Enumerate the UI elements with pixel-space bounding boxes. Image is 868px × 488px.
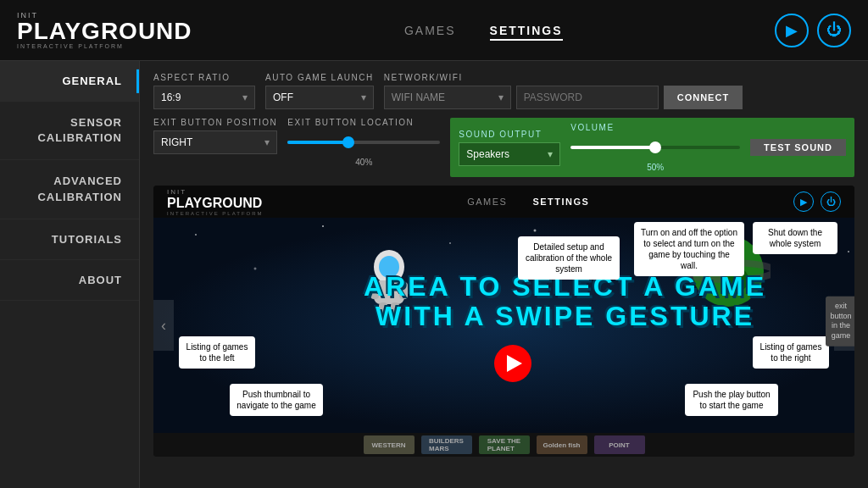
sound-select-arrow: ▾ [548,148,553,160]
auto-game-launch-arrow: ▾ [361,92,366,103]
sidebar-item-advanced-calibration[interactable]: ADVANCEDCALIBRATION [0,160,139,219]
preview-logo-main: PLAYGROUND [167,196,264,211]
preview-icons: ▶ ⏻ [793,191,841,212]
game-thumbs-bar: WESTERN BUILDERSMARS SAVE THEPLANET Gold… [153,433,854,457]
exit-button-position-label: EXIT BUTTON POSITION [153,118,277,127]
wifi-password-input[interactable] [516,86,659,109]
power-icon-button[interactable]: ⏻ [817,14,851,47]
volume-group: VOLUME 50% [570,123,740,172]
preview-logo-sub: INTERACTIVE PLATFORM [167,211,264,216]
preview-nav-games[interactable]: GAMES [467,197,507,207]
tooltip-detailed-setup: Detailed setup and calibration of the wh… [518,236,620,280]
network-wifi-group: NETWORK/WIFI WIFI NAME ▾ CONNECT [384,73,854,109]
game-thumb-point[interactable]: POINT [594,435,645,454]
preview-logo-area: INIT PLAYGROUND INTERACTIVE PLATFORM [167,188,264,216]
preview-area: INIT PLAYGROUND INTERACTIVE PLATFORM GAM… [153,186,854,457]
play-button[interactable] [494,345,531,382]
game-thumb-golden-fish[interactable]: Golden fish [537,435,587,454]
wifi-name-value: WIFI NAME [392,92,445,103]
tooltip-push-thumbnail: Push thumbnail to navigate to the game [230,384,323,416]
auto-game-launch-label: AUTO GAME LAUNCH [265,73,374,82]
volume-percent: 50% [570,163,740,172]
sound-output-group: SOUND OUTPUT Speakers ▾ [459,130,560,166]
svg-point-2 [322,225,324,227]
exit-location-slider[interactable] [287,130,440,154]
sidebar-item-about[interactable]: ABOUT [0,260,139,301]
preview-inner: INIT PLAYGROUND INTERACTIVE PLATFORM GAM… [153,186,854,457]
test-sound-button[interactable]: TEST SOUND [750,139,846,156]
aspect-ratio-label: ASPECT RATIO [153,73,255,82]
volume-slider[interactable] [570,136,740,159]
sidebar-item-general[interactable]: GENERAL [0,61,139,102]
game-thumb-save-planet[interactable]: SAVE THEPLANET [479,435,530,454]
play-triangle-icon [507,355,522,372]
svg-point-8 [848,251,849,252]
tooltip-listing-left: Listing of games to the left [179,336,255,369]
tooltip-push-play: Push the play button to start the game [685,384,778,416]
sidebar: GENERAL SENSORCALIBRATION ADVANCEDCALIBR… [0,61,140,488]
wifi-name-select[interactable]: WIFI NAME ▾ [384,86,511,109]
exit-hint: exit button in the game [826,297,854,347]
preview-play-icon[interactable]: ▶ [793,191,814,212]
play-icon-button[interactable]: ▶ [775,14,809,47]
game-title-text: AREA TO SELECT A GAMEWITH A SWIPE GESTUR… [364,272,766,331]
exit-position-arrow: ▾ [264,136,270,148]
nav-item-games[interactable]: GAMES [404,24,456,37]
settings-row-1: ASPECT RATIO 16:9 ▾ AUTO GAME LAUNCH OFF… [153,73,854,109]
connect-button[interactable]: CONNECT [664,86,743,109]
exit-location-percent: 40% [287,158,440,167]
sound-output-select[interactable]: Speakers ▾ [459,142,560,166]
wifi-arrow: ▾ [498,92,504,103]
auto-game-launch-group: AUTO GAME LAUNCH OFF ▾ [265,73,374,109]
left-arrow-button[interactable]: ‹ [153,300,174,351]
tooltip-shutdown: Shut down the whole system [753,222,837,254]
auto-game-launch-select[interactable]: OFF ▾ [265,86,374,109]
exit-button-location-label: EXIT BUTTON LOCATION [287,118,440,127]
volume-label: VOLUME [570,123,740,132]
tooltip-turn-on-off: Turn on and off the option to select and… [634,222,744,276]
network-wifi-label: NETWORK/WIFI [384,73,854,82]
nav-item-settings[interactable]: SETTINGS [490,24,563,37]
preview-header: INIT PLAYGROUND INTERACTIVE PLATFORM GAM… [153,186,854,218]
aspect-ratio-select[interactable]: 16:9 ▾ [153,86,255,109]
svg-point-4 [534,230,537,232]
preview-logo-init: INIT [167,188,264,196]
settings-row-2: EXIT BUTTON POSITION RIGHT ▾ EXIT BUTTON… [153,118,854,177]
svg-point-1 [254,268,257,270]
header-nav: GAMES SETTINGS [404,24,563,37]
sidebar-item-sensor-calibration[interactable]: SENSORCALIBRATION [0,102,139,160]
header-icons: ▶ ⏻ [775,14,851,47]
preview-nav: GAMES SETTINGS [467,197,589,207]
exit-button-position-select[interactable]: RIGHT ▾ [153,130,277,154]
aspect-ratio-arrow: ▾ [242,92,248,103]
sound-output-label: SOUND OUTPUT [459,130,560,139]
exit-button-location-group: EXIT BUTTON LOCATION 40% [287,118,440,167]
app-header: INIT PLAYGROUND INTERACTIVE PLATFORM GAM… [0,0,868,61]
sound-volume-section: SOUND OUTPUT Speakers ▾ VOLUME [450,118,854,177]
settings-content: ASPECT RATIO 16:9 ▾ AUTO GAME LAUNCH OFF… [140,61,868,488]
preview-nav-settings[interactable]: SETTINGS [532,197,589,207]
sidebar-item-tutorials[interactable]: TUTORIALS [0,219,139,260]
svg-point-0 [195,234,197,236]
game-thumb-builders[interactable]: BUILDERSMARS [421,435,472,454]
game-title-area: AREA TO SELECT A GAMEWITH A SWIPE GESTUR… [364,272,766,331]
tooltip-listing-right: Listing of games to the right [753,336,829,369]
main-layout: GENERAL SENSORCALIBRATION ADVANCEDCALIBR… [0,61,868,488]
game-content: AREA TO SELECT A GAMEWITH A SWIPE GESTUR… [153,218,854,433]
preview-power-icon[interactable]: ⏻ [821,191,841,212]
exit-button-position-group: EXIT BUTTON POSITION RIGHT ▾ [153,118,277,154]
logo-main: PLAYGROUND [17,19,192,43]
logo: INIT PLAYGROUND INTERACTIVE PLATFORM [17,11,192,49]
game-thumb-western[interactable]: WESTERN [364,435,415,454]
logo-sub: INTERACTIVE PLATFORM [17,43,192,49]
svg-point-3 [449,242,451,244]
aspect-ratio-group: ASPECT RATIO 16:9 ▾ [153,73,255,109]
